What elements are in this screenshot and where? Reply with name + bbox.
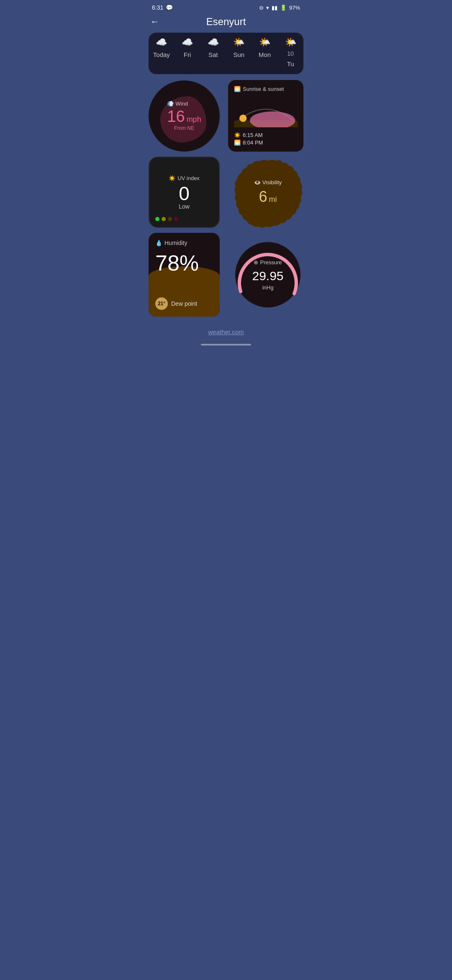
dew-point-badge: 21° bbox=[155, 297, 168, 310]
sunrise-widget: 🌅 Sunrise & sunset ☀️ 6:15 A bbox=[228, 80, 303, 152]
wind-label: 💨 Wind bbox=[167, 101, 201, 107]
humidity-widget: 💧 Humidity 78% 21° Dew point bbox=[149, 233, 220, 317]
wind-widget: 💨 Wind 16 mph From NE bbox=[149, 80, 220, 152]
page-title: Esenyurt bbox=[206, 16, 246, 28]
humidity-title: 💧 Humidity bbox=[155, 240, 213, 246]
humidity-value: 78% bbox=[155, 250, 213, 276]
sunrise-sun-icon: ☀️ bbox=[234, 132, 241, 138]
forecast-icon-today: ☁️ bbox=[156, 37, 167, 48]
pressure-icon: ⊕ bbox=[254, 259, 258, 266]
forecast-icon-tue: 🌤️ bbox=[285, 37, 296, 48]
svg-point-2 bbox=[250, 111, 295, 127]
uv-dot-2 bbox=[162, 217, 166, 221]
forecast-icon-fri: ☁️ bbox=[182, 37, 193, 48]
visibility-icon: 👁️ bbox=[254, 179, 261, 186]
visibility-title: 👁️ Visibility bbox=[254, 179, 282, 186]
status-right: ⊖ ▾ ▮▮ 🔋 97% bbox=[259, 5, 300, 11]
humidity-icon: 💧 bbox=[155, 240, 162, 246]
wind-speed: 16 bbox=[167, 108, 185, 124]
forecast-label-sat: Sat bbox=[208, 51, 218, 58]
forecast-day-tue[interactable]: 🌤️ 10 Tu bbox=[279, 37, 302, 67]
uv-widget: ☀️ UV index 0 Low bbox=[149, 157, 220, 228]
forecast-temp-tue: 10 bbox=[287, 50, 294, 57]
sunrise-title: 🌅 Sunrise & sunset bbox=[234, 86, 298, 92]
forecast-day-fri[interactable]: ☁️ Fri bbox=[176, 37, 198, 67]
forecast-label-tue: Tu bbox=[287, 60, 294, 67]
sunset-icon: 🌅 bbox=[234, 139, 241, 146]
wind-icon: 💨 bbox=[167, 101, 174, 107]
svg-point-1 bbox=[239, 115, 247, 122]
pressure-title: ⊕ Pressure bbox=[254, 259, 282, 266]
uv-dot-1 bbox=[155, 217, 159, 221]
forecast-label-mon: Mon bbox=[259, 51, 271, 58]
visibility-widget-container: 👁️ Visibility 6 mi bbox=[232, 157, 303, 228]
wifi-icon: ▾ bbox=[266, 5, 269, 11]
home-bar bbox=[201, 344, 251, 346]
status-bar: 6:31 💬 ⊖ ▾ ▮▮ 🔋 97% bbox=[144, 0, 308, 13]
forecast-day-today[interactable]: ☁️ Today bbox=[150, 37, 173, 67]
weather-source: weather.com bbox=[208, 328, 244, 335]
sunrise-icon: 🌅 bbox=[234, 86, 241, 92]
dew-point-section: 21° Dew point bbox=[155, 297, 213, 310]
forecast-day-sun[interactable]: 🌤️ Sun bbox=[228, 37, 250, 67]
uv-icon: ☀️ bbox=[169, 175, 175, 181]
wind-content: 💨 Wind 16 mph From NE bbox=[167, 101, 201, 131]
dew-point-label: Dew point bbox=[171, 300, 197, 307]
forecast-label-sun: Sun bbox=[233, 51, 244, 58]
dnd-icon: ⊖ bbox=[259, 5, 264, 11]
visibility-unit: mi bbox=[269, 195, 277, 204]
sunset-time: 8:04 PM bbox=[243, 139, 263, 146]
header: ← Esenyurt bbox=[144, 13, 308, 33]
forecast-day-sat[interactable]: ☁️ Sat bbox=[202, 37, 224, 67]
wind-direction: From NE bbox=[167, 125, 201, 131]
forecast-icon-sat: ☁️ bbox=[208, 37, 219, 48]
forecast-strip: ☁️ Today ☁️ Fri ☁️ Sat 🌤️ Sun 🌤️ Mon 🌤️ … bbox=[149, 33, 303, 74]
back-button[interactable]: ← bbox=[150, 16, 159, 27]
uv-visibility-row: ☀️ UV index 0 Low 👁️ Visibility bbox=[144, 157, 308, 228]
battery-icon: 🔋 bbox=[280, 5, 287, 11]
uv-level: Low bbox=[179, 203, 190, 210]
uv-value: 0 bbox=[179, 184, 190, 203]
uv-dot-3 bbox=[168, 217, 172, 221]
footer-attribution[interactable]: weather.com bbox=[144, 322, 308, 344]
wind-unit: mph bbox=[187, 115, 201, 124]
whatsapp-icon: 💬 bbox=[166, 4, 173, 11]
humidity-pressure-row: 💧 Humidity 78% 21° Dew point bbox=[144, 233, 308, 317]
pressure-unit: inHg bbox=[262, 284, 274, 291]
uv-dots bbox=[155, 217, 178, 221]
home-indicator bbox=[144, 344, 308, 349]
sunrise-times: ☀️ 6:15 AM 🌅 8:04 PM bbox=[234, 131, 298, 146]
visibility-widget: 👁️ Visibility 6 mi bbox=[234, 158, 302, 226]
pressure-value: 29.95 bbox=[252, 269, 283, 283]
pressure-content: ⊕ Pressure 29.95 inHg bbox=[232, 233, 303, 317]
forecast-day-mon[interactable]: 🌤️ Mon bbox=[253, 37, 276, 67]
sunrise-arc-svg bbox=[234, 95, 298, 127]
time: 6:31 bbox=[152, 4, 163, 11]
sunrise-time: 6:15 AM bbox=[243, 132, 263, 138]
battery-percent: 97% bbox=[289, 5, 300, 11]
forecast-icon-sun: 🌤️ bbox=[233, 37, 244, 48]
uv-title: ☀️ UV index bbox=[169, 175, 200, 181]
sunrise-arc-area bbox=[234, 95, 298, 127]
signal-icon: ▮▮ bbox=[272, 5, 277, 11]
uv-dot-4 bbox=[174, 217, 178, 221]
wind-sunrise-row: 💨 Wind 16 mph From NE 🌅 Sunrise & sunset bbox=[144, 80, 308, 152]
forecast-label-fri: Fri bbox=[184, 51, 191, 58]
status-left: 6:31 💬 bbox=[152, 4, 173, 11]
visibility-value: 6 bbox=[259, 188, 267, 206]
pressure-widget-container: ⊕ Pressure 29.95 inHg bbox=[232, 233, 303, 317]
forecast-label-today: Today bbox=[153, 51, 170, 58]
forecast-icon-mon: 🌤️ bbox=[259, 37, 270, 48]
